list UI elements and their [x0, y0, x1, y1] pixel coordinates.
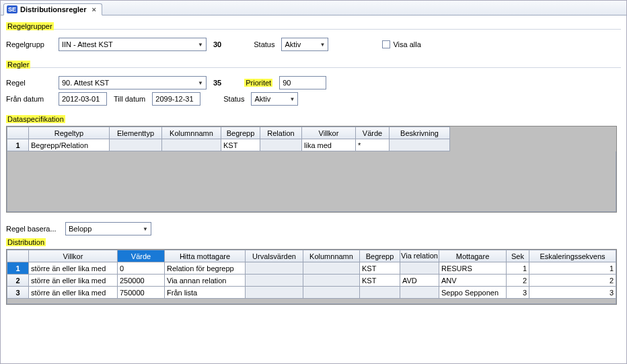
- regel-basera-combo[interactable]: Belopp ▼: [65, 222, 151, 235]
- section-title-dataspec: Dataspecifikation: [6, 115, 65, 123]
- table-row[interactable]: 1 Begrepp/Relation KST lika med *: [7, 139, 616, 151]
- dist-header-mottagare[interactable]: Mottagare: [439, 250, 507, 262]
- tab-badge: SE: [7, 5, 17, 13]
- cell-begrepp[interactable]: KST: [360, 275, 400, 287]
- table-row[interactable]: 2 större än eller lika med 250000 Via an…: [7, 275, 616, 287]
- cell-villkor[interactable]: lika med: [302, 139, 356, 151]
- dataspec-header-rownum[interactable]: [7, 127, 29, 139]
- status-value: Aktiv: [285, 40, 301, 48]
- dataspec-header-villkor[interactable]: Villkor: [302, 127, 356, 139]
- cell-via[interactable]: AVD: [400, 275, 439, 287]
- cell-villkor[interactable]: större än eller lika med: [29, 287, 118, 299]
- dataspec-header-filler: [450, 127, 616, 139]
- close-icon[interactable]: ×: [91, 5, 96, 13]
- regelgrupp-value: IIN - Attest KST: [62, 40, 113, 48]
- regler-status-value: Aktiv: [254, 95, 270, 103]
- cell-begrepp[interactable]: [360, 287, 400, 299]
- dist-header-hitta[interactable]: Hitta mottagare: [165, 250, 246, 262]
- dist-header-esk[interactable]: Eskaleringssekvens: [529, 250, 616, 262]
- cell-varde[interactable]: 0: [118, 262, 165, 275]
- cell-esk[interactable]: 3: [529, 287, 616, 299]
- dist-header-via-relation[interactable]: Via relation: [400, 250, 439, 262]
- cell-relation[interactable]: [260, 139, 302, 151]
- cell-esk[interactable]: 2: [529, 275, 616, 287]
- cell-begrepp[interactable]: KST: [360, 262, 400, 275]
- fran-datum-input[interactable]: 2012-03-01: [59, 92, 107, 106]
- till-datum-value: 2099-12-31: [155, 95, 193, 103]
- status-combo[interactable]: Aktiv ▼: [281, 38, 328, 51]
- cell-urval[interactable]: [246, 275, 303, 287]
- till-datum-input[interactable]: 2099-12-31: [152, 92, 200, 106]
- distribution-grid[interactable]: Villkor Värde Hitta mottagare Urvalsvärd…: [6, 249, 617, 305]
- dataspec-header-relation[interactable]: Relation: [260, 127, 302, 139]
- app-window: SE Distributionsregler × Regelgrupper Re…: [0, 0, 627, 364]
- distribution-header-row: Villkor Värde Hitta mottagare Urvalsvärd…: [7, 250, 616, 262]
- table-row[interactable]: 1 större än eller lika med 0 Relation fö…: [7, 262, 616, 275]
- cell-urval[interactable]: [246, 262, 303, 275]
- tab-distributionsregler[interactable]: SE Distributionsregler ×: [3, 3, 102, 15]
- table-row[interactable]: 3 större än eller lika med 750000 Från l…: [7, 287, 616, 299]
- chevron-down-icon: ▼: [198, 42, 203, 48]
- dist-header-villkor[interactable]: Villkor: [29, 250, 118, 262]
- cell-kol[interactable]: [303, 262, 360, 275]
- section-title-regler: Regler: [6, 61, 30, 69]
- cell-villkor[interactable]: större än eller lika med: [29, 275, 118, 287]
- regelgrupp-number: 30: [213, 40, 221, 48]
- dataspec-header-beskrivning[interactable]: Beskrivning: [390, 127, 450, 139]
- dataspec-header-elementtyp[interactable]: Elementtyp: [110, 127, 162, 139]
- cell-elementtyp[interactable]: [110, 139, 162, 151]
- dataspec-header-kolumnnamn[interactable]: Kolumnnamn: [162, 127, 221, 139]
- regel-label: Regel: [6, 79, 52, 87]
- status-label: Status: [254, 40, 274, 48]
- dist-header-urval[interactable]: Urvalsvärden: [246, 250, 303, 262]
- cell-sek[interactable]: 1: [507, 262, 529, 275]
- dist-header-kolumnnamn[interactable]: Kolumnnamn: [303, 250, 360, 262]
- regel-basera-value: Belopp: [69, 225, 91, 233]
- fran-datum-label: Från datum: [6, 95, 52, 103]
- cell-sek[interactable]: 3: [507, 287, 529, 299]
- dist-header-rownum[interactable]: [7, 250, 29, 262]
- chevron-down-icon: ▼: [143, 226, 148, 232]
- cell-mottagare[interactable]: RESURS: [439, 262, 507, 275]
- cell-kol[interactable]: [303, 287, 360, 299]
- cell-urval[interactable]: [246, 287, 303, 299]
- cell-esk[interactable]: 1: [529, 262, 616, 275]
- cell-mottagare[interactable]: Seppo Sepponen: [439, 287, 507, 299]
- regler-status-combo[interactable]: Aktiv ▼: [251, 92, 298, 106]
- visa-alla-label: Visa alla: [393, 40, 420, 48]
- cell-regeltyp[interactable]: Begrepp/Relation: [29, 139, 110, 151]
- cell-via[interactable]: [400, 262, 439, 275]
- dataspec-header-regeltyp[interactable]: Regeltyp: [29, 127, 110, 139]
- cell-kolumnnamn[interactable]: [162, 139, 221, 151]
- row-number: 1: [7, 139, 29, 151]
- prioritet-input[interactable]: 90: [279, 76, 326, 89]
- cell-hitta[interactable]: Via annan relation: [165, 275, 246, 287]
- cell-sek[interactable]: 2: [507, 275, 529, 287]
- dist-header-begrepp[interactable]: Begrepp: [360, 250, 400, 262]
- cell-hitta[interactable]: Relation för begrepp: [165, 262, 246, 275]
- cell-beskrivning[interactable]: [390, 139, 450, 151]
- till-datum-label: Till datum: [114, 95, 145, 103]
- cell-mottagare[interactable]: ANV: [439, 275, 507, 287]
- dataspec-header-varde[interactable]: Värde: [356, 127, 390, 139]
- cell-villkor[interactable]: större än eller lika med: [29, 262, 118, 275]
- dist-header-varde[interactable]: Värde: [118, 250, 165, 262]
- cell-via[interactable]: [400, 287, 439, 299]
- tab-bar: SE Distributionsregler ×: [1, 1, 626, 15]
- cell-varde[interactable]: 250000: [118, 275, 165, 287]
- cell-hitta[interactable]: Från lista: [165, 287, 246, 299]
- dataspec-header-begrepp[interactable]: Begrepp: [221, 127, 260, 139]
- grid-filler: [7, 151, 616, 212]
- dataspec-grid[interactable]: Regeltyp Elementtyp Kolumnnamn Begrepp R…: [6, 126, 617, 213]
- row-number: 3: [7, 287, 29, 299]
- visa-alla-checkbox[interactable]: Visa alla: [382, 40, 420, 48]
- regelgrupp-combo[interactable]: IIN - Attest KST ▼: [59, 38, 207, 51]
- cell-varde[interactable]: *: [356, 139, 390, 151]
- regler-status-label: Status: [223, 95, 244, 103]
- dist-header-sek[interactable]: Sek: [507, 250, 529, 262]
- cell-kol[interactable]: [303, 275, 360, 287]
- chevron-down-icon: ▼: [320, 42, 326, 48]
- cell-varde[interactable]: 750000: [118, 287, 165, 299]
- regel-combo[interactable]: 90. Attest KST ▼: [59, 76, 207, 89]
- cell-begrepp[interactable]: KST: [221, 139, 260, 151]
